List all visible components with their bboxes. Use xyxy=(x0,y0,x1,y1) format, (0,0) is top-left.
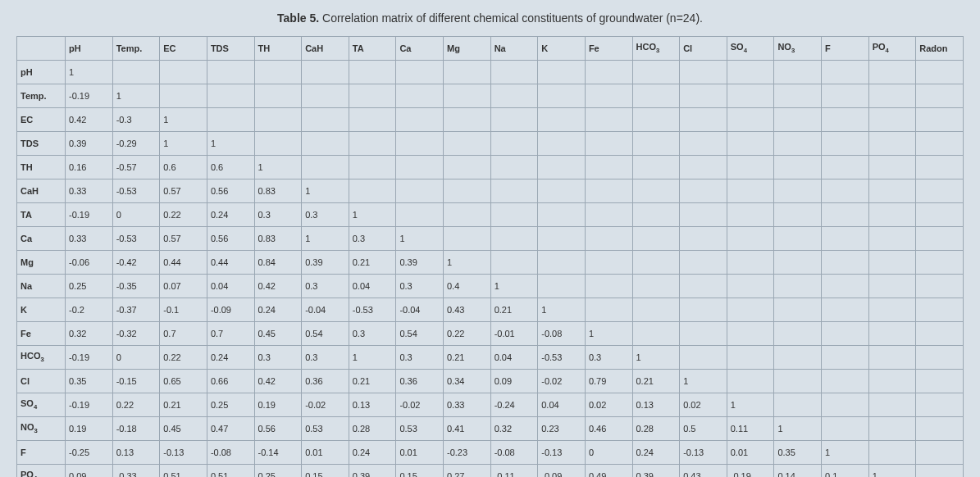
cell: 0.44 xyxy=(207,251,254,275)
cell: 1 xyxy=(444,251,491,275)
cell: 0.01 xyxy=(302,441,349,465)
cell xyxy=(774,393,822,417)
cell xyxy=(916,441,964,465)
col-header: CaH xyxy=(302,37,349,61)
cell xyxy=(868,203,916,227)
cell xyxy=(916,275,964,298)
table-row: pH1 xyxy=(17,61,964,84)
cell xyxy=(680,84,727,108)
cell: 0.41 xyxy=(444,417,491,441)
cell: 0.36 xyxy=(396,370,444,393)
cell: -0.42 xyxy=(112,251,160,275)
cell xyxy=(207,108,254,132)
cell xyxy=(538,156,586,179)
cell xyxy=(868,156,916,179)
cell: 1 xyxy=(774,417,822,441)
cell: 0.51 xyxy=(207,465,254,478)
cell xyxy=(680,275,727,298)
cell xyxy=(774,298,822,322)
cell: 0.56 xyxy=(207,227,254,251)
cell: 0.54 xyxy=(396,322,444,346)
table-row: TH0.16-0.570.60.61 xyxy=(17,156,964,179)
cell xyxy=(727,156,774,179)
cell: 0.13 xyxy=(349,393,396,417)
cell: 1 xyxy=(302,179,349,203)
cell xyxy=(680,203,727,227)
cell xyxy=(822,61,869,84)
cell xyxy=(302,132,349,156)
cell: 0.66 xyxy=(207,370,254,393)
cell: 0 xyxy=(585,441,632,465)
table-row: HCO3-0.1900.220.240.30.310.30.210.04-0.5… xyxy=(17,346,964,370)
cell xyxy=(680,322,727,346)
cell xyxy=(916,298,964,322)
cell xyxy=(680,346,727,370)
row-header: Temp. xyxy=(17,84,66,108)
cell: 0.3 xyxy=(396,275,444,298)
cell: -0.11 xyxy=(490,465,538,478)
cell xyxy=(254,61,302,84)
cell xyxy=(632,227,680,251)
cell: -0.19 xyxy=(727,465,774,478)
cell xyxy=(490,203,538,227)
col-header: F xyxy=(822,37,869,61)
cell xyxy=(774,322,822,346)
col-header: Ca xyxy=(396,37,444,61)
col-header: pH xyxy=(66,37,113,61)
cell xyxy=(490,84,538,108)
cell xyxy=(349,179,396,203)
cell xyxy=(868,227,916,251)
cell: 0.51 xyxy=(160,465,207,478)
row-header: SO4 xyxy=(17,393,66,417)
row-header: CaH xyxy=(17,179,66,203)
cell: 0.19 xyxy=(66,417,113,441)
cell xyxy=(822,203,869,227)
cell: 0.6 xyxy=(207,156,254,179)
correlation-table: pHTemp.ECTDSTHCaHTACaMgNaKFeHCO3ClSO4NO3… xyxy=(16,36,964,477)
cell: -0.14 xyxy=(254,441,302,465)
cell xyxy=(538,251,586,275)
cell xyxy=(916,393,964,417)
cell xyxy=(727,84,774,108)
cell xyxy=(868,108,916,132)
cell xyxy=(727,227,774,251)
row-header: Ca xyxy=(17,227,66,251)
cell: -0.19 xyxy=(66,84,113,108)
cell xyxy=(916,370,964,393)
cell: 0.35 xyxy=(774,441,822,465)
cell: 0.13 xyxy=(112,441,160,465)
cell: 0.65 xyxy=(160,370,207,393)
cell: 0.36 xyxy=(302,370,349,393)
cell: 0.15 xyxy=(396,465,444,478)
cell xyxy=(444,156,491,179)
cell: 1 xyxy=(585,322,632,346)
cell xyxy=(680,132,727,156)
row-header: F xyxy=(17,441,66,465)
cell xyxy=(916,108,964,132)
cell: -0.04 xyxy=(396,298,444,322)
cell xyxy=(444,132,491,156)
col-header: TDS xyxy=(207,37,254,61)
cell: 0.28 xyxy=(349,417,396,441)
table-row: Mg-0.06-0.420.440.440.840.390.210.391 xyxy=(17,251,964,275)
cell xyxy=(822,179,869,203)
cell: -0.25 xyxy=(66,441,113,465)
cell: 0.79 xyxy=(585,370,632,393)
cell: 0.16 xyxy=(66,156,113,179)
cell: 0.23 xyxy=(538,417,586,441)
cell xyxy=(585,108,632,132)
cell: -0.33 xyxy=(112,465,160,478)
cell: -0.32 xyxy=(112,322,160,346)
cell: 1 xyxy=(349,346,396,370)
table-row: TA-0.1900.220.240.30.31 xyxy=(17,203,964,227)
cell xyxy=(538,227,586,251)
cell xyxy=(916,417,964,441)
cell: -0.01 xyxy=(490,322,538,346)
cell xyxy=(916,84,964,108)
cell xyxy=(444,108,491,132)
cell xyxy=(160,84,207,108)
cell xyxy=(490,108,538,132)
row-header: K xyxy=(17,298,66,322)
cell xyxy=(490,132,538,156)
cell xyxy=(585,179,632,203)
